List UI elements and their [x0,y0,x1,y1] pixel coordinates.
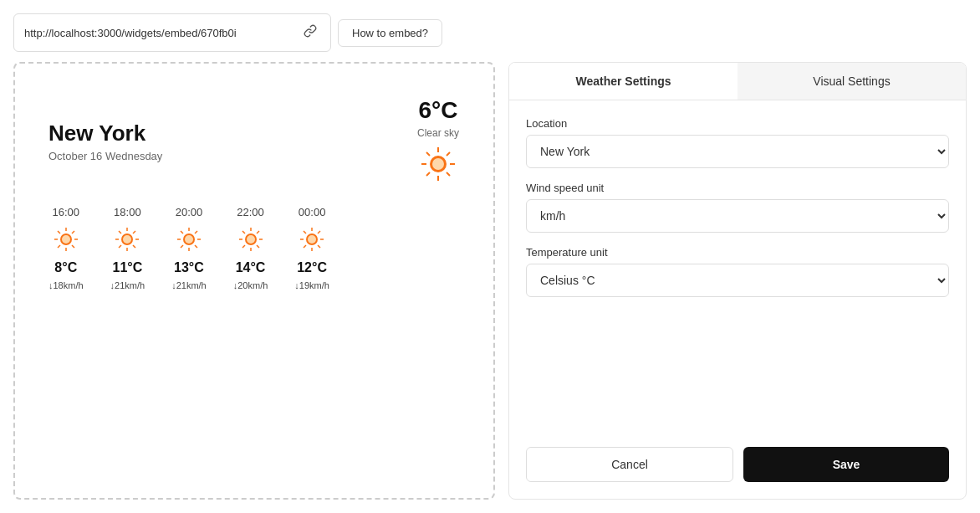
forecast-wind: ↓21km/h [110,280,145,290]
forecast-time: 00:00 [299,206,326,218]
wind-label: Wind speed unit [526,182,949,194]
svg-line-55 [318,245,320,248]
cancel-button[interactable]: Cancel [526,447,733,482]
svg-point-29 [123,235,131,244]
weather-current: 6°C Clear sky [416,97,460,186]
tab-weather-settings[interactable]: Weather Settings [509,63,738,100]
forecast-item: 00:00 12°C ↓19km/h [294,206,329,290]
svg-point-19 [62,235,70,244]
forecast-temp: 14°C [236,260,266,275]
settings-panel: Weather Settings Visual Settings Locatio… [508,62,967,500]
svg-point-9 [432,158,444,170]
temp-field-group: Temperature unit Celsius °C [526,246,949,297]
forecast-item: 18:00 11°C ↓21km/h [110,206,145,290]
forecast-time: 16:00 [53,206,80,218]
svg-line-25 [133,245,135,248]
svg-line-24 [119,231,121,233]
forecast-row: 16:00 8°C ↓18km/h 18:00 [48,199,460,290]
forecast-temp: 13°C [174,260,204,275]
svg-line-15 [72,245,74,248]
forecast-item: 22:00 14°C ↓20km/h [233,206,268,290]
sun-icon-small [173,223,205,255]
svg-line-7 [426,172,430,176]
copy-link-button[interactable] [300,21,320,44]
svg-line-54 [304,231,306,233]
save-button[interactable]: Save [743,447,949,482]
current-description: Clear sky [417,127,459,139]
forecast-wind: ↓21km/h [171,280,207,290]
svg-line-56 [318,231,320,233]
forecast-temp: 12°C [297,260,327,275]
svg-line-6 [447,152,450,156]
location-label: Location [526,117,949,130]
svg-line-44 [242,231,245,233]
forecast-temp: 8°C [54,260,77,275]
sun-icon-small [50,223,82,255]
wind-field-group: Wind speed unit km/h [526,182,949,233]
link-icon [304,24,317,38]
url-input-wrapper [13,13,331,52]
forecast-time: 22:00 [237,206,264,218]
preview-panel: New York October 16 Wednesday 6°C Clear … [13,62,495,500]
forecast-item: 20:00 13°C ↓21km/h [171,206,207,290]
svg-line-35 [195,245,197,248]
sun-icon-small [235,223,267,255]
weather-city: New York [48,121,162,146]
how-to-embed-button[interactable]: How to embed? [338,19,442,47]
app-container: How to embed? New York October 16 Wednes… [0,0,980,513]
svg-line-5 [447,172,450,176]
svg-line-4 [426,152,430,156]
forecast-item: 16:00 8°C ↓18km/h [48,206,84,290]
wind-select[interactable]: km/h [526,199,949,233]
svg-point-39 [185,235,193,244]
forecast-wind: ↓20km/h [233,280,268,290]
svg-line-17 [58,245,60,248]
weather-location-info: New York October 16 Wednesday [48,121,162,162]
svg-line-27 [119,245,121,248]
svg-line-45 [257,245,259,248]
svg-line-34 [181,231,183,233]
forecast-temp: 11°C [112,260,142,275]
svg-line-46 [257,231,259,233]
svg-point-49 [247,235,255,244]
sun-icon-large [416,142,460,186]
location-field-group: Location New York [526,117,949,168]
location-select[interactable]: New York [526,135,949,168]
weather-header: New York October 16 Wednesday 6°C Clear … [48,97,460,186]
svg-line-37 [181,245,183,248]
settings-tabs: Weather Settings Visual Settings [509,63,966,100]
svg-line-26 [133,231,135,233]
forecast-wind: ↓18km/h [48,280,84,290]
forecast-time: 20:00 [176,206,203,218]
temp-label: Temperature unit [526,246,949,259]
tab-visual-settings[interactable]: Visual Settings [738,63,966,100]
svg-point-59 [308,235,316,244]
svg-line-36 [195,231,197,233]
forecast-wind: ↓19km/h [294,280,329,290]
svg-line-14 [58,231,60,233]
forecast-time: 18:00 [114,206,141,218]
svg-line-57 [304,245,306,248]
settings-body: Location New York Wind speed unit km/h T… [509,100,966,447]
top-bar: How to embed? [13,13,967,52]
svg-line-16 [72,231,74,233]
temp-select[interactable]: Celsius °C [526,264,949,297]
main-content: New York October 16 Wednesday 6°C Clear … [13,62,967,500]
sun-icon-small [111,223,143,255]
sun-icon-small [296,223,328,255]
settings-actions: Cancel Save [509,447,966,499]
weather-widget: New York October 16 Wednesday 6°C Clear … [35,84,473,304]
url-input[interactable] [24,27,293,39]
current-temp: 6°C [419,97,458,124]
svg-line-47 [242,245,245,248]
weather-date: October 16 Wednesday [48,150,162,162]
